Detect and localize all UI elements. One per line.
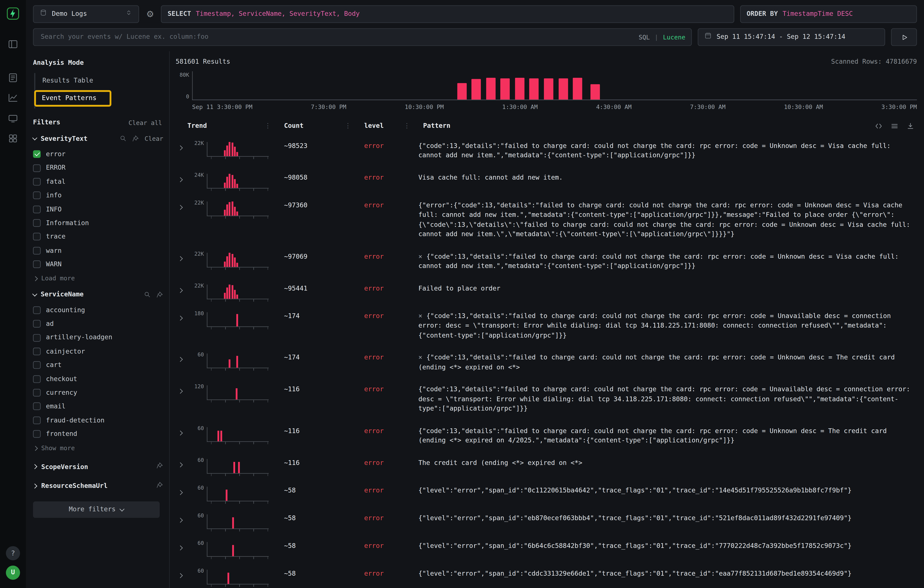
severity-load-more[interactable]: Load more [34, 274, 163, 283]
checkbox[interactable] [33, 389, 41, 397]
scopeversion-section-header[interactable]: ScopeVersion [33, 462, 163, 472]
row-expand-button[interactable] [175, 352, 187, 364]
search-logs-icon[interactable] [8, 69, 18, 89]
code-view-icon[interactable] [874, 122, 883, 130]
pattern-row[interactable]: 60~58error{"level":"error","span_id":"6b… [175, 534, 917, 562]
filter-option-trace[interactable]: trace [33, 230, 163, 244]
header-trend[interactable]: Trend ⋮ [187, 122, 277, 131]
sql-select-input[interactable]: SELECT Timestamp, ServiceName, SeverityT… [161, 5, 734, 23]
source-settings-gear-icon[interactable]: ⚙ [145, 8, 155, 20]
pattern-row[interactable]: 22K~98523error{"code":13,"details":"fail… [175, 134, 917, 166]
language-lucene-toggle[interactable]: Lucene [663, 33, 685, 41]
filter-option-INFO[interactable]: INFO [33, 203, 163, 216]
checkbox[interactable] [33, 430, 41, 438]
checkbox[interactable] [33, 247, 41, 254]
filter-option-Information[interactable]: Information [33, 216, 163, 230]
clear-all-filters-button[interactable]: Clear all [129, 118, 162, 127]
chart-explorer-icon[interactable] [8, 89, 18, 109]
header-pattern[interactable]: Pattern [416, 122, 917, 131]
row-expand-button[interactable] [175, 251, 187, 263]
pattern-row[interactable]: 180~174error×{"code":13,"details":"faile… [175, 305, 917, 346]
checkbox[interactable] [33, 320, 41, 328]
row-expand-button[interactable] [175, 485, 187, 497]
filter-option-fraud-detection[interactable]: fraud-detection [33, 413, 163, 427]
row-expand-button[interactable] [175, 384, 187, 395]
row-expand-button[interactable] [175, 540, 187, 552]
more-filters-button[interactable]: More filters [33, 501, 160, 518]
checkbox[interactable] [33, 334, 41, 341]
mode-results-table[interactable]: Results Table [35, 74, 100, 88]
checkbox[interactable] [33, 261, 41, 268]
exclude-marker-icon[interactable]: × [418, 312, 422, 320]
checkbox[interactable] [33, 375, 41, 383]
checkbox[interactable] [33, 150, 41, 158]
service-show-more[interactable]: Show more [34, 444, 163, 453]
dashboards-grid-icon[interactable] [8, 130, 18, 150]
column-drag-handle-icon[interactable]: ⋮ [265, 122, 271, 131]
severity-section-header[interactable]: SeverityText Clear [33, 134, 163, 143]
user-avatar[interactable]: U [6, 566, 20, 580]
checkbox[interactable] [33, 205, 41, 213]
filter-option-cainjector[interactable]: cainjector [33, 344, 163, 358]
order-by-input[interactable]: ORDER BY TimestampTime DESC [740, 5, 917, 23]
checkbox[interactable] [33, 192, 41, 199]
pattern-row[interactable]: 60~116error{"code":13,"details":"failed … [175, 420, 917, 451]
exclude-marker-icon[interactable]: × [418, 354, 422, 361]
pattern-row[interactable]: 22K~97360error{"error":{"code":13,"detai… [175, 194, 917, 245]
checkbox[interactable] [33, 348, 41, 355]
row-density-icon[interactable] [890, 122, 899, 130]
checkbox[interactable] [33, 219, 41, 227]
pattern-row[interactable]: 60~58error{"level":"error","span_id":"eb… [175, 507, 917, 534]
date-range-picker[interactable]: Sep 11 15:47:14 - Sep 12 15:47:14 [698, 28, 885, 46]
checkbox[interactable] [33, 164, 41, 171]
filter-option-info[interactable]: info [33, 189, 163, 203]
search-bar[interactable]: SQL | Lucene [33, 28, 692, 46]
filter-option-email[interactable]: email [33, 400, 163, 413]
pin-icon[interactable] [156, 462, 163, 469]
filter-option-WARN[interactable]: WARN [33, 258, 163, 272]
source-select[interactable]: Demo Logs [33, 5, 139, 23]
resourceschemaurl-section-header[interactable]: ResourceSchemaUrl [33, 481, 163, 491]
sessions-monitor-icon[interactable] [8, 109, 18, 130]
header-level[interactable]: level ⋮ [357, 122, 416, 131]
row-expand-button[interactable] [175, 568, 187, 580]
checkbox[interactable] [33, 361, 41, 369]
severity-clear-button[interactable]: Clear [145, 134, 163, 143]
results-histogram[interactable] [192, 71, 917, 100]
filter-option-warn[interactable]: warn [33, 244, 163, 258]
row-expand-button[interactable] [175, 283, 187, 295]
checkbox[interactable] [33, 178, 41, 186]
pattern-row[interactable]: 22K~95441errorFailed to place order [175, 277, 917, 305]
row-expand-button[interactable] [175, 199, 187, 211]
row-expand-button[interactable] [175, 310, 187, 322]
mode-event-patterns[interactable]: Event Patterns [34, 90, 111, 107]
pin-icon[interactable] [156, 291, 163, 298]
checkbox[interactable] [33, 417, 41, 424]
checkbox[interactable] [33, 306, 41, 314]
search-filter-icon[interactable] [120, 135, 127, 142]
checkbox[interactable] [33, 403, 41, 410]
row-expand-button[interactable] [175, 172, 187, 184]
header-count[interactable]: Count ⋮ [277, 122, 357, 131]
pattern-row[interactable]: 60~58error{"level":"error","span_id":"0c… [175, 479, 917, 507]
language-sql-toggle[interactable]: SQL [639, 33, 650, 41]
pin-icon[interactable] [132, 135, 139, 142]
column-drag-handle-icon[interactable]: ⋮ [404, 122, 410, 131]
checkbox[interactable] [33, 233, 41, 240]
search-filter-icon[interactable] [144, 291, 151, 298]
sidebar-toggle-icon[interactable] [8, 36, 18, 56]
filter-option-frontend[interactable]: frontend [33, 427, 163, 441]
row-expand-button[interactable] [175, 425, 187, 437]
search-input[interactable] [40, 32, 634, 42]
filter-option-error[interactable]: error [33, 147, 163, 161]
help-button[interactable]: ? [6, 546, 20, 560]
column-drag-handle-icon[interactable]: ⋮ [345, 122, 351, 131]
filter-option-checkout[interactable]: checkout [33, 372, 163, 386]
filter-option-ERROR[interactable]: ERROR [33, 161, 163, 175]
pattern-row[interactable]: 22K~97069error×{"code":13,"details":"fai… [175, 245, 917, 277]
exclude-marker-icon[interactable]: × [418, 253, 422, 260]
filter-option-ad[interactable]: ad [33, 317, 163, 331]
app-logo[interactable] [7, 7, 20, 23]
row-expand-button[interactable] [175, 457, 187, 469]
row-expand-button[interactable] [175, 140, 187, 152]
